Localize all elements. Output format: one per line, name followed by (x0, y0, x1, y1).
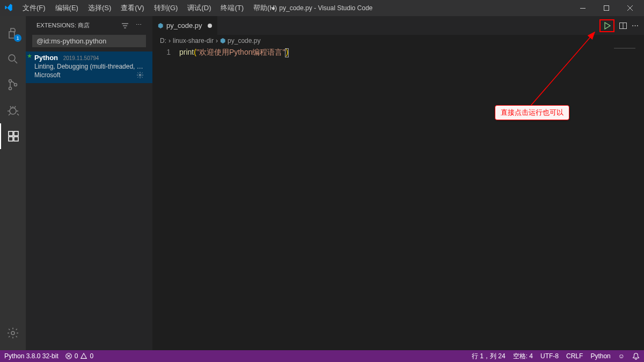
maximize-button[interactable] (597, 1, 616, 16)
svg-rect-9 (14, 137, 18, 141)
tab-dirty-indicator (208, 24, 212, 28)
vscode-logo-icon (4, 3, 14, 13)
breadcrumb[interactable]: D: › linux-share-dir › ⬢ py_code.py (152, 35, 644, 47)
menu-terminal[interactable]: 终端(T) (216, 1, 248, 15)
extension-name: Python (34, 54, 58, 62)
chevron-right-icon: › (169, 37, 171, 45)
sidebar-title: EXTENSIONS: 商店 (36, 21, 90, 29)
more-icon[interactable]: ⋯ (136, 21, 142, 30)
explorer-badge: 1 (14, 34, 21, 42)
star-icon: ★ (27, 53, 32, 60)
chevron-right-icon: › (216, 37, 218, 45)
line-gutter: 1 (152, 47, 179, 350)
activity-settings[interactable] (0, 320, 26, 346)
annotation-callout: 直接点击运行也可以 (495, 105, 569, 120)
line-number: 1 (152, 48, 171, 56)
status-encoding[interactable]: UTF-8 (540, 352, 559, 360)
crumb-folder[interactable]: linux-share-dir (173, 37, 214, 45)
svg-rect-10 (14, 131, 18, 136)
editor-area: ⬢ py_code.py ⋯ D: › linux-share-dir › ⬢ … (152, 16, 644, 350)
python-file-icon: ⬢ (220, 37, 225, 45)
menu-select[interactable]: 选择(S) (84, 1, 115, 15)
title-filename: py_code.py (279, 4, 312, 12)
activity-debug[interactable] (0, 98, 26, 123)
svg-point-2 (9, 55, 15, 61)
split-editor-icon[interactable] (619, 21, 627, 30)
title-appname: Visual Studio Code (318, 4, 372, 12)
svg-rect-8 (9, 137, 13, 141)
svg-point-6 (10, 108, 16, 114)
more-actions-icon[interactable]: ⋯ (632, 21, 639, 29)
menu-file[interactable]: 文件(F) (18, 1, 50, 15)
close-button[interactable] (620, 1, 640, 16)
svg-point-12 (139, 74, 141, 76)
svg-point-3 (9, 80, 12, 83)
status-language[interactable]: Python (590, 352, 610, 360)
status-bell-icon[interactable] (632, 352, 640, 360)
crumb-file[interactable]: py_code.py (228, 37, 260, 45)
svg-rect-0 (580, 8, 586, 9)
menu-goto[interactable]: 转到(G) (150, 1, 182, 15)
python-file-icon: ⬢ (158, 22, 163, 29)
activity-bar: 1 (0, 16, 26, 350)
status-indentation[interactable]: 空格: 4 (513, 352, 533, 361)
filter-icon[interactable] (121, 21, 129, 30)
editor-tabs: ⬢ py_code.py ⋯ (152, 16, 644, 35)
extension-publisher: Microsoft (34, 71, 61, 79)
minimap[interactable] (612, 47, 644, 350)
code-content[interactable]: print("欢迎使用Python编程语言") (179, 47, 612, 350)
token-function: print (179, 48, 194, 56)
minimap-line (614, 48, 635, 49)
run-button-highlight (599, 19, 614, 32)
extension-description: Linting, Debugging (multi-threaded, r... (34, 63, 144, 70)
status-feedback-icon[interactable]: ☺ (618, 352, 625, 360)
status-problems[interactable]: 0 0 (65, 352, 93, 360)
svg-point-5 (14, 84, 17, 86)
title-bar: 文件(F) 编辑(E) 选择(S) 查看(V) 转到(G) 调试(D) 终端(T… (0, 0, 644, 16)
sidebar-header: EXTENSIONS: 商店 ⋯ (26, 16, 152, 35)
menu-bar: 文件(F) 编辑(E) 选择(S) 查看(V) 转到(G) 调试(D) 终端(T… (18, 1, 281, 15)
status-bar: Python 3.8.0 32-bit 0 0 行 1，列 24 空格: 4 U… (0, 350, 644, 362)
token-string: "欢迎使用Python编程语言" (196, 48, 286, 56)
activity-source-control[interactable] (0, 72, 26, 98)
activity-extensions[interactable] (0, 123, 26, 149)
svg-point-4 (9, 87, 12, 90)
cursor: ) (285, 48, 289, 57)
window-controls (573, 1, 640, 16)
svg-point-11 (11, 331, 14, 335)
activity-explorer[interactable]: 1 (0, 20, 26, 46)
run-button[interactable] (603, 21, 611, 30)
window-title: ● py_code.py - Visual Studio Code (272, 4, 373, 12)
title-separator: - (314, 4, 318, 12)
extension-gear-icon[interactable] (136, 71, 144, 79)
tab-label: py_code.py (166, 21, 202, 29)
minimize-button[interactable] (573, 1, 592, 16)
token-bracket: ) (286, 48, 288, 56)
annotation-text: 直接点击运行也可以 (501, 108, 564, 116)
extension-version: 2019.11.50794 (63, 55, 99, 61)
extension-item-python[interactable]: ★ Python 2019.11.50794 Linting, Debuggin… (26, 51, 152, 83)
menu-view[interactable]: 查看(V) (116, 1, 148, 15)
tab-py-code[interactable]: ⬢ py_code.py (152, 16, 218, 35)
warning-count: 0 (90, 352, 93, 360)
dirty-indicator: ● (272, 4, 275, 12)
status-cursor-position[interactable]: 行 1，列 24 (472, 352, 506, 361)
menu-edit[interactable]: 编辑(E) (51, 1, 83, 15)
activity-search[interactable] (0, 46, 26, 72)
code-editor[interactable]: 1 print("欢迎使用Python编程语言") (152, 47, 644, 350)
svg-rect-1 (604, 6, 609, 11)
svg-rect-7 (9, 131, 13, 136)
status-eol[interactable]: CRLF (566, 352, 583, 360)
status-python-version[interactable]: Python 3.8.0 32-bit (4, 352, 58, 360)
error-count: 0 (75, 352, 78, 360)
menu-debug[interactable]: 调试(D) (183, 1, 215, 15)
extensions-sidebar: EXTENSIONS: 商店 ⋯ @id:ms-python.python ★ … (26, 16, 152, 350)
extensions-search-input[interactable]: @id:ms-python.python (32, 35, 146, 47)
crumb-root[interactable]: D: (160, 37, 166, 45)
